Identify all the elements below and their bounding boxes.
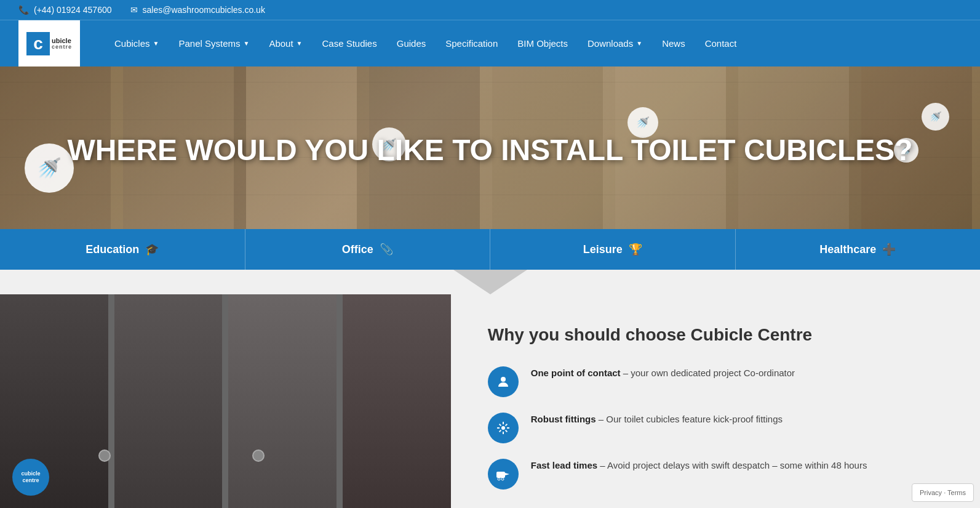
- office-button[interactable]: Office 📎: [245, 229, 491, 270]
- arrow-down-shape: [453, 270, 527, 294]
- email-item: ✉ sales@washroomcubicles.co.uk: [130, 5, 265, 15]
- why-section: Why you should choose Cubicle Centre One…: [451, 294, 980, 508]
- feature-fittings-bold: Robust fittings: [531, 414, 596, 424]
- office-icon: 📎: [380, 243, 393, 256]
- top-bar: 📞 (+44) 01924 457600 ✉ sales@washroomcub…: [0, 0, 980, 20]
- svg-rect-2: [496, 472, 505, 478]
- door-button-2: [252, 450, 265, 462]
- healthcare-icon: ➕: [882, 243, 896, 256]
- phone-number[interactable]: (+44) 01924 457600: [34, 5, 112, 15]
- svg-point-5: [501, 478, 504, 480]
- privacy-badge[interactable]: Privacy · Terms: [912, 483, 974, 502]
- svg-point-1: [501, 426, 505, 430]
- nav-about[interactable]: About ▼: [259, 21, 312, 66]
- hero-section: 🚿 🚿 🚿 🚿 🚿 WHERE WOULD YOU LIKE TO INSTAL…: [0, 67, 980, 270]
- cookie-badge[interactable]: cubiclecentre: [12, 459, 49, 496]
- svg-point-0: [501, 377, 506, 382]
- contact-icon: [488, 366, 519, 397]
- chevron-down-icon: ▼: [297, 40, 303, 47]
- education-button[interactable]: Education 🎓: [0, 229, 245, 270]
- divider-arrow: [0, 270, 980, 294]
- nav-specification[interactable]: Specification: [436, 21, 508, 66]
- panel-3: [228, 294, 343, 508]
- nav-guides[interactable]: Guides: [387, 21, 436, 66]
- feature-contact-text: One point of contact – your own dedicate…: [531, 366, 795, 381]
- nav-contact[interactable]: Contact: [695, 21, 747, 66]
- feature-contact-rest: – your own dedicated project Co-ordinato…: [621, 368, 795, 378]
- cubicle-image: [0, 294, 451, 508]
- feature-lead-times-text: Fast lead times – Avoid project delays w…: [531, 459, 867, 473]
- feature-contact: One point of contact – your own dedicate…: [488, 366, 943, 397]
- feature-lead-times: Fast lead times – Avoid project delays w…: [488, 459, 943, 490]
- bottom-section: Why you should choose Cubicle Centre One…: [0, 294, 980, 508]
- svg-marker-3: [505, 473, 509, 475]
- privacy-label: Privacy · Terms: [920, 489, 966, 496]
- email-address[interactable]: sales@washroomcubicles.co.uk: [143, 5, 265, 15]
- feature-fittings-rest: – Our toilet cubicles feature kick-proof…: [596, 414, 783, 424]
- email-icon: ✉: [130, 5, 138, 15]
- main-nav: Cubicles ▼ Panel Systems ▼ About ▼ Case …: [105, 21, 962, 66]
- feature-fittings-text: Robust fittings – Our toilet cubicles fe…: [531, 413, 783, 427]
- nav-bim-objects[interactable]: BIM Objects: [508, 21, 578, 66]
- cubicle-panels: [0, 294, 451, 508]
- hero-buttons: Education 🎓 Office 📎 Leisure 🏆 Healthcar…: [0, 229, 980, 270]
- feature-lead-times-bold: Fast lead times: [531, 460, 597, 470]
- feature-lead-times-rest: – Avoid project delays with swift despat…: [597, 460, 867, 470]
- phone-item: 📞 (+44) 01924 457600: [18, 5, 112, 15]
- feature-fittings: Robust fittings – Our toilet cubicles fe…: [488, 413, 943, 443]
- why-title: Why you should choose Cubicle Centre: [488, 325, 943, 345]
- nav-news[interactable]: News: [652, 21, 695, 66]
- nav-case-studies[interactable]: Case Studies: [313, 21, 387, 66]
- education-label: Education: [86, 243, 139, 256]
- healthcare-label: Healthcare: [819, 243, 876, 256]
- panel-2: [114, 294, 229, 508]
- leisure-button[interactable]: Leisure 🏆: [490, 229, 736, 270]
- panel-4: [343, 294, 451, 508]
- feature-contact-bold: One point of contact: [531, 368, 621, 378]
- nav-downloads[interactable]: Downloads ▼: [578, 21, 652, 66]
- lead-times-icon: [488, 459, 519, 490]
- office-label: Office: [342, 243, 373, 256]
- hero-title: WHERE WOULD YOU LIKE TO INSTALL TOILET C…: [55, 133, 925, 167]
- phone-icon: 📞: [18, 5, 29, 15]
- svg-point-4: [498, 478, 500, 480]
- leisure-icon: 🏆: [629, 243, 642, 256]
- chevron-down-icon: ▼: [636, 40, 642, 47]
- door-button-1: [98, 450, 111, 462]
- nav-panel-systems[interactable]: Panel Systems ▼: [169, 21, 259, 66]
- logo[interactable]: c ubicle centre: [18, 20, 80, 67]
- leisure-label: Leisure: [583, 243, 623, 256]
- fittings-icon: [488, 413, 519, 443]
- chevron-down-icon: ▼: [153, 40, 159, 47]
- chevron-down-icon: ▼: [243, 40, 249, 47]
- nav-cubicles[interactable]: Cubicles ▼: [105, 21, 169, 66]
- healthcare-button[interactable]: Healthcare ➕: [736, 229, 981, 270]
- header: c ubicle centre Cubicles ▼ Panel Systems…: [0, 20, 980, 67]
- cookie-label: cubiclecentre: [21, 470, 40, 484]
- education-icon: 🎓: [145, 243, 159, 256]
